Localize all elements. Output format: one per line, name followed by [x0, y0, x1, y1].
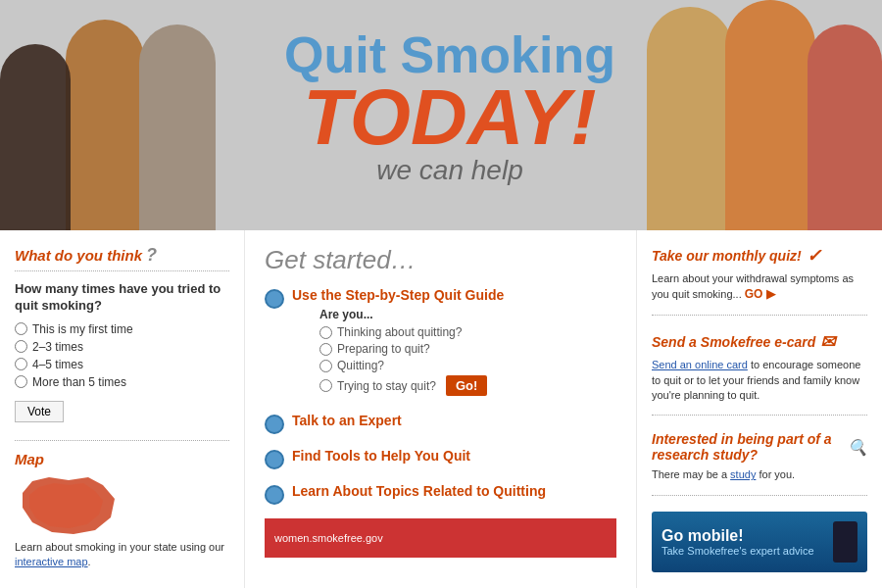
step-icon-1 [265, 289, 284, 309]
study-title: Interested in being part of a research s… [652, 431, 867, 463]
study-description: There may be a study for you. [652, 467, 867, 482]
quiz-go-link[interactable]: GO ▶ [745, 287, 775, 301]
quiz-description: Learn about your withdrawal symptoms as … [652, 271, 867, 303]
poll-radio-2[interactable] [15, 340, 27, 353]
poll-option-4[interactable]: More than 5 times [15, 375, 229, 389]
quiz-checkmark-icon: ✓ [807, 245, 821, 267]
step-sub-1: Are you... Thinking about quitting? Prep… [319, 308, 504, 396]
step-title-2[interactable]: Talk to an Expert [292, 413, 402, 428]
ecard-envelope-icon: ✉ [820, 331, 835, 353]
poll-option-4-label: More than 5 times [32, 375, 126, 389]
center-content: Get started… Use the Step-by-Step Quit G… [245, 230, 637, 588]
map-section: Map Learn about smoking in your state us… [15, 440, 229, 570]
step-item-4: Learn About Topics Related to Quitting [265, 483, 616, 505]
person-silhouette-6 [808, 24, 882, 230]
step-icon-4 [265, 485, 284, 505]
what-think-heading: What do you think ? [15, 245, 229, 271]
person-silhouette-3 [139, 24, 216, 230]
map-description: Learn about smoking in your state using … [15, 540, 229, 570]
sub-option-4[interactable]: Trying to stay quit? Go! [319, 375, 504, 396]
ecard-link[interactable]: Send an online card [652, 359, 748, 370]
sub-option-1[interactable]: Thinking about quitting? [319, 325, 504, 339]
left-sidebar: What do you think ? How many times have … [0, 230, 245, 588]
quiz-title: Take our monthly quiz! ✓ [652, 245, 867, 267]
get-started-title: Get started… [265, 245, 616, 275]
step-item-2: Talk to an Expert [265, 413, 616, 434]
step-title-4[interactable]: Learn About Topics Related to Quitting [292, 483, 546, 499]
areyou-label-4: Trying to stay quit? [337, 379, 436, 393]
step-title-3[interactable]: Find Tools to Help You Quit [292, 448, 470, 464]
poll-radio-1[interactable] [15, 322, 27, 335]
go-mobile-widget[interactable]: Go mobile! Take Smokefree's expert advic… [652, 512, 867, 572]
study-link[interactable]: study [730, 468, 756, 480]
step-item-1: Use the Step-by-Step Quit Guide Are you.… [265, 287, 616, 399]
poll-question: How many times have you tried to quit sm… [15, 281, 229, 315]
poll-option-2-label: 2–3 times [32, 340, 83, 354]
person-silhouette-1 [0, 44, 71, 230]
quiz-title-text: Take our monthly quiz! [652, 248, 802, 264]
poll-option-3[interactable]: 4–5 times [15, 358, 229, 371]
mobile-phone-icon [833, 521, 858, 563]
poll-option-3-label: 4–5 times [32, 358, 83, 371]
go-mobile-title: Go mobile! [662, 527, 814, 545]
vote-button[interactable]: Vote [15, 401, 64, 422]
go-button[interactable]: Go! [446, 375, 487, 396]
areyou-radio-2[interactable] [319, 343, 332, 356]
study-search-icon: 🔍 [848, 438, 867, 457]
areyou-radio-4[interactable] [319, 379, 332, 392]
ecard-description: Send an online card to encourage someone… [652, 358, 867, 403]
banner-text-container: Quit Smoking TODAY! we can help [284, 29, 615, 186]
step-icon-3 [265, 450, 284, 469]
study-title-text: Interested in being part of a research s… [652, 431, 843, 463]
poll-radio-4[interactable] [15, 375, 27, 388]
question-mark-icon: ? [146, 245, 157, 266]
banner-today-text: TODAY! [284, 80, 615, 155]
person-silhouette-5 [725, 0, 815, 230]
header-banner: Quit Smoking TODAY! we can help 🔖 SHARE … [0, 0, 882, 230]
areyou-label-3: Quitting? [337, 359, 384, 372]
interactive-map-link[interactable]: interactive map [15, 556, 88, 567]
what-think-label: What do you think [15, 247, 142, 264]
poll-radio-3[interactable] [15, 358, 27, 370]
step-title-1[interactable]: Use the Step-by-Step Quit Guide [292, 287, 504, 303]
are-you-label: Are you... [319, 308, 504, 321]
ecard-widget: Send a Smokefree e-card ✉ Send an online… [652, 331, 867, 416]
person-silhouette-2 [66, 20, 144, 230]
poll-option-1-label: This is my first time [32, 322, 133, 336]
person-silhouette-4 [647, 7, 733, 230]
arrow-right-icon: ▶ [766, 287, 775, 301]
map-title: Map [15, 451, 229, 467]
main-content: What do you think ? How many times have … [0, 230, 882, 588]
areyou-label-2: Preparing to quit? [337, 342, 430, 356]
us-map [15, 473, 122, 537]
sub-option-2[interactable]: Preparing to quit? [319, 342, 504, 356]
poll-option-2[interactable]: 2–3 times [15, 340, 229, 354]
step-icon-2 [265, 415, 284, 434]
step-item-3: Find Tools to Help You Quit [265, 448, 616, 469]
poll-option-1[interactable]: This is my first time [15, 322, 229, 336]
areyou-label-1: Thinking about quitting? [337, 325, 462, 339]
ecard-title: Send a Smokefree e-card ✉ [652, 331, 867, 353]
women-banner-text: women.smokefree.gov [274, 532, 383, 544]
areyou-radio-1[interactable] [319, 326, 332, 339]
quiz-widget: Take our monthly quiz! ✓ Learn about you… [652, 245, 867, 316]
poll-options: This is my first time 2–3 times 4–5 time… [15, 322, 229, 389]
right-sidebar: Take our monthly quiz! ✓ Learn about you… [637, 230, 882, 588]
sub-option-3[interactable]: Quitting? [319, 359, 504, 372]
study-widget: Interested in being part of a research s… [652, 431, 867, 495]
ecard-title-text: Send a Smokefree e-card [652, 334, 815, 350]
areyou-radio-3[interactable] [319, 360, 332, 372]
women-banner[interactable]: women.smokefree.gov [265, 518, 616, 558]
go-mobile-subtitle: Take Smokefree's expert advice [662, 545, 814, 557]
